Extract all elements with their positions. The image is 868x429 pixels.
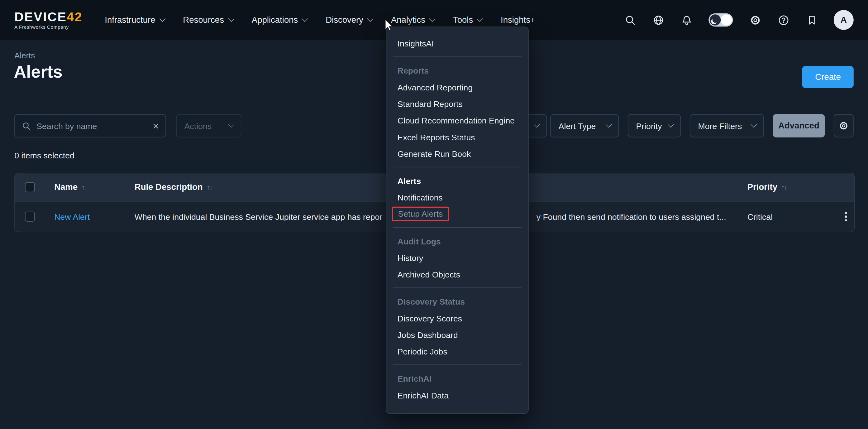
annotation-highlight-box: Setup Alerts bbox=[392, 207, 449, 221]
menu-divider bbox=[393, 167, 522, 167]
row-checkbox[interactable] bbox=[25, 212, 35, 222]
menu-item-excel-reports-status[interactable]: Excel Reports Status bbox=[386, 128, 528, 145]
chevron-down-icon bbox=[477, 16, 483, 22]
nav-item-infrastructure[interactable]: Infrastructure bbox=[105, 15, 164, 25]
navbar-icons: A bbox=[624, 10, 854, 30]
priority-value: Critical bbox=[747, 202, 773, 232]
search-icon[interactable] bbox=[624, 14, 636, 26]
actions-label: Actions bbox=[184, 121, 212, 130]
menu-divider bbox=[393, 287, 522, 288]
globe-icon[interactable] bbox=[652, 14, 664, 26]
search-input[interactable] bbox=[35, 120, 148, 131]
logo-tagline: A Freshworks Company bbox=[14, 24, 83, 30]
nav-item-analytics[interactable]: Analytics bbox=[391, 15, 434, 25]
menu-item-advanced-reporting[interactable]: Advanced Reporting bbox=[386, 79, 528, 95]
sort-icon: ↑↓ bbox=[207, 183, 212, 191]
search-box[interactable]: × bbox=[14, 114, 166, 138]
actions-dropdown[interactable]: Actions bbox=[176, 114, 242, 138]
theme-toggle[interactable] bbox=[709, 13, 733, 27]
sort-icon: ↑↓ bbox=[82, 183, 87, 191]
column-header-rule-description[interactable]: Rule Description↑↓ bbox=[134, 173, 212, 201]
column-header-name[interactable]: Name↑↓ bbox=[54, 173, 87, 201]
menu-divider bbox=[393, 365, 522, 365]
device42-app: DEVICE42 A Freshworks Company Infrastruc… bbox=[0, 0, 868, 429]
nav-item-label: Insights+ bbox=[501, 15, 535, 25]
alert-name-link[interactable]: New Alert bbox=[54, 202, 90, 232]
chevron-down-icon bbox=[606, 122, 612, 128]
filter-chip-more-filters[interactable]: More Filters bbox=[690, 114, 764, 138]
chevron-down-icon bbox=[668, 122, 674, 128]
rule-description-left: When the individual Business Service Jup… bbox=[134, 202, 382, 232]
main-nav: InfrastructureResourcesApplicationsDisco… bbox=[105, 15, 535, 25]
create-button[interactable]: Create bbox=[802, 66, 854, 88]
nav-item-label: Discovery bbox=[326, 15, 363, 25]
menu-item-jobs-dashboard[interactable]: Jobs Dashboard bbox=[386, 326, 528, 343]
row-actions-kebab[interactable] bbox=[837, 202, 854, 232]
menu-section-header-discovery-status: Discovery Status bbox=[386, 293, 528, 310]
filter-chip-priority[interactable]: Priority bbox=[628, 114, 681, 138]
menu-section-header-alerts: Alerts bbox=[386, 172, 528, 189]
nav-item-label: Analytics bbox=[391, 15, 425, 25]
gear-icon[interactable] bbox=[749, 14, 761, 26]
chevron-down-icon bbox=[534, 122, 540, 128]
rule-description-right: y Found then send notification to users … bbox=[536, 202, 726, 232]
toggle-knob bbox=[721, 15, 732, 26]
menu-item-periodic-jobs[interactable]: Periodic Jobs bbox=[386, 343, 528, 360]
bookmark-icon[interactable] bbox=[805, 14, 817, 26]
help-icon[interactable] bbox=[777, 14, 789, 26]
column-header-priority[interactable]: Priority↑↓ bbox=[747, 173, 787, 201]
nav-item-label: Infrastructure bbox=[105, 15, 155, 25]
chevron-down-icon bbox=[228, 16, 234, 22]
select-all-checkbox[interactable] bbox=[25, 182, 35, 192]
clear-search-icon[interactable]: × bbox=[153, 120, 159, 131]
moon-icon bbox=[710, 15, 721, 26]
menu-item-discovery-scores[interactable]: Discovery Scores bbox=[386, 310, 528, 326]
filter-chip-label: Alert Type bbox=[559, 121, 596, 130]
nav-item-insights[interactable]: Insights+ bbox=[501, 15, 535, 25]
page-title: Alerts bbox=[14, 62, 62, 82]
menu-divider bbox=[393, 56, 522, 57]
avatar[interactable]: A bbox=[834, 10, 854, 30]
chevron-down-icon bbox=[750, 122, 757, 128]
sort-icon: ↑↓ bbox=[781, 183, 787, 191]
chevron-down-icon bbox=[367, 16, 374, 22]
logo-text: DEVICE42 bbox=[14, 10, 83, 23]
menu-item-insightsai[interactable]: InsightsAI bbox=[386, 35, 528, 52]
nav-item-label: Applications bbox=[252, 15, 298, 25]
menu-item-setup-alerts[interactable]: Setup Alerts bbox=[386, 205, 528, 222]
nav-item-discovery[interactable]: Discovery bbox=[326, 15, 372, 25]
nav-item-resources[interactable]: Resources bbox=[183, 15, 233, 25]
breadcrumb[interactable]: Alerts bbox=[14, 51, 35, 60]
menu-item-notifications[interactable]: Notifications bbox=[386, 189, 528, 205]
gear-icon bbox=[839, 121, 849, 131]
logo-accent: 42 bbox=[67, 9, 83, 24]
menu-item-history[interactable]: History bbox=[386, 250, 528, 266]
nav-item-tools[interactable]: Tools bbox=[453, 15, 482, 25]
menu-item-generate-run-book[interactable]: Generate Run Book bbox=[386, 145, 528, 162]
nav-item-label: Resources bbox=[183, 15, 224, 25]
chevron-down-icon bbox=[159, 16, 165, 22]
bell-icon[interactable] bbox=[680, 14, 692, 26]
menu-divider bbox=[393, 227, 522, 228]
nav-item-label: Tools bbox=[453, 15, 473, 25]
filter-chip-alert-type[interactable]: Alert Type bbox=[550, 114, 619, 138]
selection-status: 0 items selected bbox=[14, 150, 74, 160]
analytics-menu: InsightsAIReportsAdvanced ReportingStand… bbox=[386, 27, 528, 414]
advanced-button[interactable]: Advanced bbox=[773, 114, 825, 138]
filter-chip-label: Priority bbox=[636, 121, 662, 130]
menu-section-header-enrichai: EnrichAI bbox=[386, 370, 528, 387]
menu-section-header-reports: Reports bbox=[386, 62, 528, 79]
search-icon bbox=[22, 121, 31, 130]
filter-chip-label: More Filters bbox=[698, 121, 742, 130]
menu-item-archived-objects[interactable]: Archived Objects bbox=[386, 266, 528, 283]
nav-item-applications[interactable]: Applications bbox=[252, 15, 307, 25]
menu-item-cloud-recommendation-engine[interactable]: Cloud Recommendation Engine bbox=[386, 112, 528, 128]
chevron-down-icon bbox=[302, 16, 308, 22]
chevron-down-icon bbox=[429, 16, 436, 22]
menu-section-header-audit-logs: Audit Logs bbox=[386, 233, 528, 249]
chevron-down-icon bbox=[228, 122, 234, 128]
device42-logo[interactable]: DEVICE42 A Freshworks Company bbox=[14, 10, 83, 30]
menu-item-standard-reports[interactable]: Standard Reports bbox=[386, 95, 528, 112]
menu-item-enrichai-data[interactable]: EnrichAI Data bbox=[386, 387, 528, 403]
table-settings-button[interactable] bbox=[834, 114, 854, 138]
